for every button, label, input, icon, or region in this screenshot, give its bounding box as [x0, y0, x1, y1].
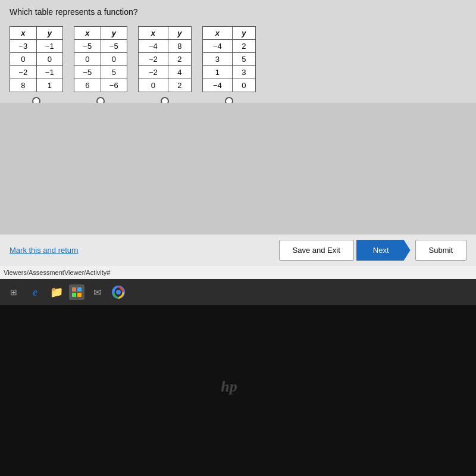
table1-header-y: y: [36, 27, 63, 40]
next-button[interactable]: Next: [356, 240, 411, 261]
bottom-action-bar: Mark this and return Save and Exit Next …: [0, 234, 476, 266]
data-table-1: x y −3−1 00 −2−1 81: [10, 26, 63, 92]
taskbar-icon-chrome[interactable]: [109, 283, 127, 301]
table-row: 00: [10, 53, 63, 66]
table-row: 02: [139, 79, 192, 92]
table-row: 6−6: [74, 79, 127, 92]
action-buttons: Save and Exit Next Submit: [279, 240, 466, 261]
hp-logo: hp: [211, 369, 247, 405]
table2-header-y: y: [101, 27, 127, 40]
table-row: −42: [203, 40, 256, 53]
table-row: 13: [203, 66, 256, 79]
table1-header-x: x: [10, 27, 37, 40]
svg-rect-0: [72, 287, 76, 292]
windows-taskbar: ⊞ e 📁 ✉: [0, 279, 476, 305]
table4-header-y: y: [232, 27, 255, 40]
table-option-1: x y −3−1 00 −2−1 81: [10, 26, 63, 105]
svg-point-5: [116, 290, 121, 295]
data-table-2: x y −5−5 00 −55 6−6: [74, 26, 127, 92]
table-row: −40: [203, 79, 256, 92]
data-table-3: x y −48 −22 −24 02: [138, 26, 192, 92]
table-row: 35: [203, 53, 256, 66]
table-row: −55: [74, 66, 127, 79]
table-row: 81: [10, 79, 63, 92]
table-option-4: x y −42 35 13 −40: [202, 26, 256, 105]
table-row: −24: [139, 66, 192, 79]
svg-rect-1: [77, 287, 82, 292]
taskbar-icon-windows[interactable]: ⊞: [5, 283, 23, 301]
save-exit-button[interactable]: Save and Exit: [279, 240, 354, 261]
browser-address-bar: Viewers/AssessmentViewer/Activity#: [0, 266, 476, 279]
table-option-2: x y −5−5 00 −55 6−6: [74, 26, 127, 105]
table3-header-x: x: [139, 27, 168, 40]
mark-return-link[interactable]: Mark this and return: [10, 246, 79, 255]
table-row: −22: [139, 53, 192, 66]
table2-header-x: x: [74, 27, 101, 40]
tables-container: x y −3−1 00 −2−1 81 x y: [0, 23, 476, 105]
data-table-4: x y −42 35 13 −40: [202, 26, 256, 92]
taskbar-icon-store[interactable]: [69, 284, 84, 300]
table3-header-y: y: [168, 27, 191, 40]
empty-content-area: [0, 103, 476, 234]
table-row: −3−1: [10, 40, 63, 53]
taskbar-icon-folder[interactable]: 📁: [48, 283, 65, 301]
svg-rect-3: [77, 293, 82, 297]
dark-bottom-area: hp: [0, 305, 476, 476]
table4-header-x: x: [203, 27, 233, 40]
taskbar-icon-mail[interactable]: ✉: [88, 283, 106, 301]
table-row: 00: [74, 53, 127, 66]
table-row: −48: [139, 40, 192, 53]
table-row: −5−5: [74, 40, 127, 53]
submit-button[interactable]: Submit: [415, 240, 466, 261]
question-text: Which table represents a function?: [0, 0, 476, 23]
svg-rect-2: [72, 293, 76, 297]
taskbar-icon-edge[interactable]: e: [26, 283, 44, 301]
table-option-3: x y −48 −22 −24 02: [138, 26, 192, 105]
table-row: −2−1: [10, 66, 63, 79]
